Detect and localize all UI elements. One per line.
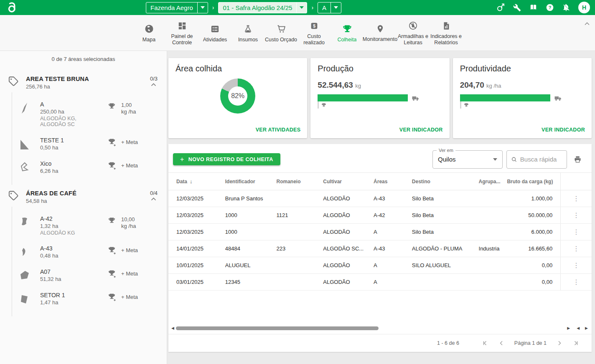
new-harvest-record-button[interactable]: + NOVO REGISTRO DE COLHEITA bbox=[173, 153, 280, 165]
tab-atividades[interactable]: Atividades bbox=[198, 23, 231, 43]
horizontal-scrollbar[interactable]: ◀ ▶ ◀ ▶ bbox=[171, 325, 589, 331]
table-header-row: Data↓ Identificador Romaneio Cultivar Ár… bbox=[168, 172, 592, 190]
quick-search[interactable] bbox=[506, 150, 567, 169]
column-header-destino[interactable]: Destino bbox=[412, 179, 479, 185]
sort-desc-icon[interactable]: ↓ bbox=[190, 178, 193, 185]
row-menu-icon[interactable]: ⋮ bbox=[573, 229, 580, 235]
ver-indicador-link[interactable]: VER INDICADOR bbox=[399, 127, 443, 133]
add-goal-button[interactable]: + Meta bbox=[107, 292, 161, 301]
row-menu-icon[interactable]: ⋮ bbox=[573, 262, 580, 269]
pinned-scroll-left-icon[interactable]: ◀ bbox=[577, 326, 580, 330]
help-icon[interactable]: ? bbox=[546, 3, 554, 12]
column-header-data[interactable]: Data↓ bbox=[176, 178, 225, 185]
cell-data: 12/03/2025 bbox=[176, 229, 225, 235]
farm-select[interactable]: Fazenda Aegro bbox=[146, 2, 208, 13]
tab-insumos[interactable]: Insumos bbox=[231, 23, 264, 43]
row-menu-icon[interactable]: ⋮ bbox=[573, 279, 580, 286]
scrollbar-thumb[interactable] bbox=[176, 326, 379, 330]
area-name: A-42 bbox=[40, 215, 102, 222]
tools-icon[interactable] bbox=[513, 4, 521, 12]
cell-data: 10/01/2025 bbox=[176, 262, 225, 268]
scrollbar-track[interactable] bbox=[176, 326, 565, 331]
cell-identificador: 12345 bbox=[225, 279, 277, 285]
tab-custo-realizado[interactable]: $ Custo realizado bbox=[298, 20, 331, 46]
card-title: Área colhida bbox=[175, 64, 300, 73]
pinned-scroll-right-icon[interactable]: ▶ bbox=[585, 326, 588, 330]
tab-painel-de-controle[interactable]: Painel de Controle bbox=[165, 20, 198, 46]
farm-select-value: Fazenda Aegro bbox=[146, 3, 197, 13]
tab-colheita[interactable]: Colheita bbox=[331, 23, 364, 43]
table-row[interactable]: 03/01/2025 12345 ALGODÃO A 0,00 ⋮ bbox=[168, 274, 592, 291]
area-item[interactable]: TESTE 1 0,50 ha + Meta bbox=[12, 132, 167, 156]
scroll-left-icon[interactable]: ◀ bbox=[171, 326, 174, 330]
column-header-cultivar[interactable]: Cultivar bbox=[323, 179, 374, 185]
tab-custo-orcado[interactable]: Custo Orçado bbox=[264, 23, 298, 43]
goal-action: + Meta bbox=[121, 246, 138, 254]
globe-icon bbox=[144, 24, 154, 34]
area-item[interactable]: A-42 1,32 ha ALGODÃO KG 10,00kg /ha bbox=[12, 211, 167, 240]
ver-indicador-link[interactable]: VER INDICADOR bbox=[542, 127, 585, 133]
dashboard-icon bbox=[178, 21, 187, 30]
table-pagination: 1 - 6 de 6 Página 1 de 1 bbox=[168, 334, 592, 352]
chevron-up-icon[interactable] bbox=[150, 83, 157, 86]
cell-areas: A bbox=[374, 262, 412, 268]
table-row[interactable]: 12/03/2025 1000 1121 ALGODÃO A-42 Silo B… bbox=[168, 207, 592, 224]
add-goal-button[interactable]: + Meta bbox=[107, 137, 161, 147]
row-menu-icon[interactable]: ⋮ bbox=[573, 245, 580, 252]
cell-data: 03/01/2025 bbox=[176, 279, 225, 285]
column-header-identificador[interactable]: Identificador bbox=[225, 179, 277, 185]
area-item[interactable]: Xico 6,26 ha + Meta bbox=[12, 156, 167, 179]
table-row[interactable]: 10/01/2025 ALUGUEL ALGODÃO A SILO ALUGUE… bbox=[168, 257, 592, 274]
aegro-switch-icon[interactable] bbox=[496, 3, 505, 12]
column-header-areas[interactable]: Áreas bbox=[374, 179, 412, 185]
area-group-header[interactable]: ÁREAS DE CAFÉ 54,58 ha 0/4 bbox=[0, 185, 167, 207]
donut-percent: 82% bbox=[231, 92, 244, 100]
search-input[interactable] bbox=[520, 156, 562, 163]
first-page-icon[interactable] bbox=[482, 340, 488, 346]
area-crops: ALGODÃO KG bbox=[40, 230, 88, 236]
unit-select[interactable]: Ver em Quilos bbox=[432, 150, 503, 169]
goal-indicator[interactable]: 1,00kg /ha bbox=[107, 101, 161, 116]
field-shape-icon bbox=[18, 293, 32, 306]
add-goal-button[interactable]: + Meta bbox=[107, 160, 161, 170]
plus-icon: + bbox=[180, 156, 184, 163]
cell-data: 12/03/2025 bbox=[176, 195, 225, 202]
area-group-header[interactable]: AREA TESTE BRUNA 256,76 ha 0/3 bbox=[0, 71, 167, 92]
last-page-icon[interactable] bbox=[572, 340, 579, 346]
tab-monitoramento[interactable]: Monitoramento bbox=[364, 23, 397, 43]
plot-select[interactable]: A bbox=[318, 2, 341, 13]
user-avatar[interactable]: H bbox=[578, 2, 590, 13]
area-item[interactable]: A07 51,32 ha + Meta bbox=[12, 264, 167, 287]
row-menu-icon[interactable]: ⋮ bbox=[573, 212, 580, 219]
column-header-agrupamento[interactable]: Agrupa... bbox=[479, 179, 507, 185]
chevron-down-icon[interactable] bbox=[296, 3, 307, 13]
collapse-navbar-icon[interactable] bbox=[584, 22, 590, 25]
season-select[interactable]: 01 - Safra Algodão 24/25 bbox=[218, 2, 307, 13]
printer-icon[interactable] bbox=[573, 155, 582, 164]
goal-indicator[interactable]: 10,00kg /ha bbox=[107, 215, 161, 230]
previous-page-icon[interactable] bbox=[498, 340, 505, 346]
tab-mapa[interactable]: Mapa bbox=[132, 23, 165, 43]
table-row[interactable]: 14/01/2025 48484 223 ALGODÃO SC... A-43 … bbox=[168, 240, 592, 257]
area-item[interactable]: A 250,00 ha ALGODÃO KG, ALGODÃO SC 1,00k… bbox=[12, 96, 167, 132]
table-row[interactable]: 12/03/2025 1000 ALGODÃO A Silo Beta 6.00… bbox=[168, 224, 592, 240]
chevron-down-icon[interactable] bbox=[331, 3, 341, 13]
area-item[interactable]: SETOR 1 1,47 ha + Meta bbox=[12, 287, 167, 311]
chevron-down-icon[interactable] bbox=[197, 3, 208, 13]
notifications-off-icon[interactable] bbox=[562, 3, 570, 12]
row-menu-icon[interactable]: ⋮ bbox=[573, 195, 580, 202]
book-icon[interactable] bbox=[529, 3, 538, 12]
add-goal-button[interactable]: + Meta bbox=[107, 268, 161, 278]
area-item[interactable]: A-43 0,48 ha + Meta bbox=[12, 240, 167, 264]
table-row[interactable]: 12/03/2025 Bruna P Santos ALGODÃO A-43 S… bbox=[168, 190, 592, 207]
trophy-plus-icon bbox=[107, 138, 116, 147]
add-goal-button[interactable]: + Meta bbox=[107, 245, 161, 255]
tab-indicadores-e-relatorios[interactable]: Indicadores e Relatórios bbox=[430, 20, 463, 46]
column-header-bruto-carga[interactable]: Bruto da carga (kg) bbox=[507, 179, 556, 185]
scroll-right-icon[interactable]: ▶ bbox=[567, 326, 570, 330]
column-header-romaneio[interactable]: Romaneio bbox=[277, 179, 323, 185]
ver-atividades-link[interactable]: VER ATIVIDADES bbox=[256, 127, 301, 133]
chevron-up-icon[interactable] bbox=[150, 197, 157, 201]
next-page-icon[interactable] bbox=[556, 340, 563, 346]
tab-armadilhas-e-leituras[interactable]: Armadilhas e Leituras bbox=[397, 20, 430, 46]
